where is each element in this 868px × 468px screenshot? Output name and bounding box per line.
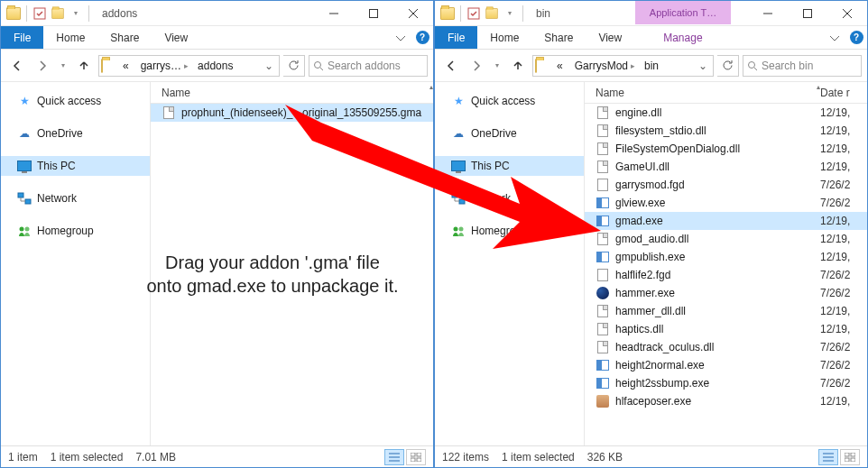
titlebar[interactable]: ▾ bin Application T… bbox=[435, 1, 867, 26]
file-row[interactable]: glview.exe7/26/2 bbox=[585, 194, 867, 212]
up-button[interactable] bbox=[73, 55, 95, 77]
file-row[interactable]: engine.dll12/19, bbox=[585, 104, 867, 122]
contextual-tab-application-tools[interactable]: Application T… bbox=[635, 1, 731, 24]
address-dropdown-icon[interactable]: ⌄ bbox=[261, 60, 277, 72]
new-folder-icon[interactable] bbox=[51, 6, 65, 21]
up-button[interactable] bbox=[507, 55, 529, 77]
file-row[interactable]: halflife2.fgd7/26/2 bbox=[585, 266, 867, 284]
minimize-button[interactable] bbox=[314, 1, 354, 25]
file-row[interactable]: headtrack_oculus.dll7/26/2 bbox=[585, 338, 867, 356]
crumb-prefix[interactable]: « bbox=[119, 56, 135, 76]
properties-icon[interactable] bbox=[466, 6, 481, 21]
file-row[interactable]: hammer_dll.dll12/19, bbox=[585, 302, 867, 320]
column-headers[interactable]: Name ▴ bbox=[151, 82, 433, 104]
crumb-0[interactable]: garrys…▸ bbox=[137, 56, 192, 76]
tab-home[interactable]: Home bbox=[477, 26, 531, 49]
ribbon-expand-icon[interactable] bbox=[824, 26, 845, 49]
address-bar[interactable]: « GarrysMod▸ bin ⌄ bbox=[532, 55, 714, 77]
close-button[interactable] bbox=[827, 1, 867, 25]
column-date[interactable]: Date r bbox=[820, 87, 867, 99]
close-button[interactable] bbox=[393, 1, 433, 25]
refresh-button[interactable] bbox=[717, 55, 739, 77]
sidebar-item-network[interactable]: Network bbox=[435, 188, 584, 208]
back-button[interactable] bbox=[440, 55, 462, 77]
file-icon bbox=[596, 196, 610, 210]
refresh-button[interactable] bbox=[283, 55, 305, 77]
ribbon-tabs: File Home Share View Manage ? bbox=[435, 26, 867, 50]
file-row[interactable]: height2ssbump.exe7/26/2 bbox=[585, 374, 867, 392]
column-headers[interactable]: Name ▴ Date r bbox=[585, 82, 867, 104]
file-row[interactable]: height2normal.exe7/26/2 bbox=[585, 356, 867, 374]
crumb-1[interactable]: bin bbox=[641, 56, 662, 76]
file-row[interactable]: filesystem_stdio.dll12/19, bbox=[585, 122, 867, 140]
minimize-button[interactable] bbox=[748, 1, 788, 25]
address-dropdown-icon[interactable]: ⌄ bbox=[695, 60, 711, 72]
view-icons-button[interactable] bbox=[406, 449, 426, 465]
maximize-button[interactable] bbox=[788, 1, 827, 25]
tab-file[interactable]: File bbox=[435, 26, 477, 49]
explorer-window-bin: ▾ bin Application T… File Home Share Vie… bbox=[434, 0, 868, 468]
column-name[interactable]: Name bbox=[596, 87, 817, 99]
view-details-button[interactable] bbox=[384, 449, 404, 465]
file-list[interactable]: prophunt_(hidenseek)_-_original_13550925… bbox=[151, 104, 433, 445]
tab-view[interactable]: View bbox=[586, 26, 634, 49]
file-row[interactable]: FileSystemOpenDialog.dll12/19, bbox=[585, 140, 867, 158]
file-row[interactable]: hlfaceposer.exe12/19, bbox=[585, 392, 867, 410]
recent-dropdown[interactable]: ▾ bbox=[491, 55, 503, 77]
file-row[interactable]: prophunt_(hidenseek)_-_original_13550925… bbox=[151, 104, 433, 122]
help-button[interactable]: ? bbox=[845, 26, 867, 49]
crumb-prefix[interactable]: « bbox=[553, 56, 569, 76]
forward-button[interactable] bbox=[32, 55, 53, 77]
file-row[interactable]: haptics.dll12/19, bbox=[585, 320, 867, 338]
view-icons-button[interactable] bbox=[840, 449, 860, 465]
sidebar-item-onedrive[interactable]: ☁OneDrive bbox=[1, 124, 150, 143]
file-row[interactable]: hammer.exe7/26/2 bbox=[585, 284, 867, 302]
recent-dropdown[interactable]: ▾ bbox=[57, 55, 69, 77]
tab-manage[interactable]: Manage bbox=[651, 26, 715, 49]
tab-share[interactable]: Share bbox=[531, 26, 586, 49]
status-count: 1 item bbox=[8, 451, 38, 463]
view-details-button[interactable] bbox=[818, 449, 838, 465]
file-row[interactable]: gmpublish.exe12/19, bbox=[585, 248, 867, 266]
status-bar: 1 item 1 item selected 7.01 MB bbox=[1, 445, 433, 467]
svg-rect-35 bbox=[851, 458, 855, 462]
properties-icon[interactable] bbox=[32, 6, 47, 21]
tab-home[interactable]: Home bbox=[43, 26, 97, 49]
crumb-1[interactable]: addons bbox=[194, 56, 236, 76]
forward-button[interactable] bbox=[466, 55, 487, 77]
sidebar-item-quick-access[interactable]: ★Quick access bbox=[435, 91, 584, 111]
sidebar-item-this-pc[interactable]: This PC bbox=[1, 156, 150, 176]
file-icon bbox=[596, 304, 610, 318]
sidebar-item-onedrive[interactable]: ☁OneDrive bbox=[435, 124, 584, 143]
tab-share[interactable]: Share bbox=[97, 26, 152, 49]
qat-dropdown-icon[interactable]: ▾ bbox=[69, 6, 83, 21]
file-row[interactable]: GameUI.dll12/19, bbox=[585, 158, 867, 176]
file-row[interactable]: gmad.exe12/19, bbox=[585, 212, 867, 230]
search-input[interactable]: Search bin bbox=[743, 55, 862, 77]
file-name: garrysmod.fgd bbox=[615, 179, 815, 191]
file-list[interactable]: engine.dll12/19,filesystem_stdio.dll12/1… bbox=[585, 104, 867, 445]
search-input[interactable]: Search addons bbox=[309, 55, 428, 77]
sidebar-item-quick-access[interactable]: ★Quick access bbox=[1, 91, 150, 111]
file-name: GameUI.dll bbox=[615, 161, 815, 173]
sidebar-item-network[interactable]: Network bbox=[1, 188, 150, 208]
column-name[interactable]: Name bbox=[162, 87, 429, 99]
file-row[interactable]: garrysmod.fgd7/26/2 bbox=[585, 176, 867, 194]
sidebar-item-this-pc[interactable]: This PC bbox=[435, 156, 584, 176]
qat-dropdown-icon[interactable]: ▾ bbox=[503, 6, 517, 21]
titlebar[interactable]: ▾ addons bbox=[1, 1, 433, 26]
new-folder-icon[interactable] bbox=[485, 6, 499, 21]
tab-file[interactable]: File bbox=[1, 26, 43, 49]
file-name: haptics.dll bbox=[615, 323, 815, 335]
file-row[interactable]: gmod_audio.dll12/19, bbox=[585, 230, 867, 248]
maximize-button[interactable] bbox=[354, 1, 393, 25]
tab-view[interactable]: View bbox=[152, 26, 200, 49]
address-bar[interactable]: « garrys…▸ addons ⌄ bbox=[98, 55, 280, 77]
ribbon-expand-icon[interactable] bbox=[390, 26, 411, 49]
sidebar-item-homegroup[interactable]: Homegroup bbox=[435, 221, 584, 241]
cloud-icon: ☁ bbox=[17, 126, 32, 141]
back-button[interactable] bbox=[6, 55, 28, 77]
sidebar-item-homegroup[interactable]: Homegroup bbox=[1, 221, 150, 241]
crumb-0[interactable]: GarrysMod▸ bbox=[571, 56, 639, 76]
help-button[interactable]: ? bbox=[411, 26, 433, 49]
